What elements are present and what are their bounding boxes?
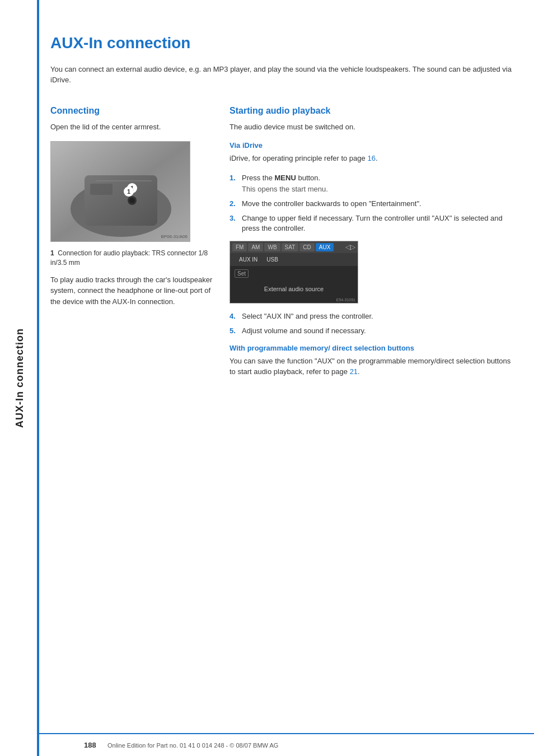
svg-rect-2 xyxy=(85,175,157,226)
page-title: AUX-In connection xyxy=(50,34,512,53)
idrive-ref-text: iDrive, for operating principle refer to… xyxy=(229,153,512,164)
caption-number: 1 xyxy=(50,249,54,257)
screen-image: FM AM WB SAT CD AUX ◁▷ AUX IN USB xyxy=(229,241,358,304)
sidebar-label: AUX-In connection xyxy=(14,328,26,428)
connecting-heading: Connecting xyxy=(50,106,213,116)
step-3-content: Change to upper field if necessary. Turn… xyxy=(242,213,512,234)
footer: 188 Online Edition for Part no. 01 41 0 … xyxy=(39,733,534,756)
intro-text: You can connect an external audio device… xyxy=(50,64,512,86)
screen-tab-wb: WB xyxy=(264,243,280,251)
screen-submenu: AUX IN USB xyxy=(230,253,358,266)
programmable-text-before: You can save the function "AUX" on the p… xyxy=(229,357,510,376)
footer-text: Online Edition for Part no. 01 41 0 014 … xyxy=(107,742,278,749)
programmable-page-ref[interactable]: 21 xyxy=(350,367,358,376)
image-watermark: BP06-31/A06 xyxy=(161,234,188,239)
svg-point-4 xyxy=(129,198,135,203)
screen-tabs: FM AM WB SAT CD AUX ◁▷ xyxy=(230,241,358,253)
screen-set-button: Set xyxy=(235,269,249,278)
connecting-body: To play audio tracks through the car's l… xyxy=(50,274,213,307)
screen-submenu-usb: USB xyxy=(262,255,283,264)
step-2-content: Move the controller backwards to open "E… xyxy=(242,199,512,209)
step-1-content: Press the MENU button. This opens the st… xyxy=(242,173,512,194)
screen-external-label: External audio source xyxy=(264,280,324,298)
step-2-num: 2. xyxy=(229,199,238,209)
programmable-text: You can save the function "AUX" on the p… xyxy=(229,356,512,377)
main-content: AUX-In connection You can connect an ext… xyxy=(39,0,534,756)
car-interior-svg: 1 xyxy=(51,142,190,242)
programmable-text-after: . xyxy=(358,367,360,376)
idrive-text-before: iDrive, for operating principle refer to… xyxy=(229,154,367,162)
two-col-layout: Connecting Open the lid of the center ar… xyxy=(50,95,512,386)
screen-tab-aux: AUX xyxy=(316,243,334,251)
screen-tab-cd: CD xyxy=(299,243,314,251)
step-5-num: 5. xyxy=(229,326,238,336)
step-3: 3. Change to upper field if necessary. T… xyxy=(229,213,512,234)
step-4-content: Select "AUX IN" and press the controller… xyxy=(242,311,512,321)
idrive-page-ref[interactable]: 16 xyxy=(367,154,375,162)
right-column: Starting audio playback The audio device… xyxy=(229,95,512,386)
svg-rect-8 xyxy=(90,184,113,195)
steps-list-2: 4. Select "AUX IN" and press the control… xyxy=(229,311,512,336)
step-5: 5. Adjust volume and sound if necessary. xyxy=(229,326,512,336)
step-3-num: 3. xyxy=(229,213,238,234)
step-1-num: 1. xyxy=(229,173,238,194)
menu-bold: MENU xyxy=(275,174,296,182)
step-4: 4. Select "AUX IN" and press the control… xyxy=(229,311,512,321)
screen-tab-am: AM xyxy=(248,243,263,251)
car-image: 1 BP06-31/A06 xyxy=(50,141,190,242)
programmable-heading: With programmable memory/ direct selecti… xyxy=(229,344,512,352)
starting-intro: The audio device must be switched on. xyxy=(229,122,512,133)
step-4-num: 4. xyxy=(229,311,238,321)
footer-page-number: 188 xyxy=(84,741,101,749)
step-2: 2. Move the controller backwards to open… xyxy=(229,199,512,209)
screen-tab-icon: ◁▷ xyxy=(345,243,355,251)
page-container: AUX-In connection AUX-In connection You … xyxy=(0,0,534,756)
car-image-inner: 1 BP06-31/A06 xyxy=(51,142,190,241)
sidebar: AUX-In connection xyxy=(0,0,39,756)
steps-list: 1. Press the MENU button. This opens the… xyxy=(229,173,512,234)
step-1: 1. Press the MENU button. This opens the… xyxy=(229,173,512,194)
connecting-text: Open the lid of the center armrest. xyxy=(50,122,213,133)
screen-center: External audio source xyxy=(230,281,358,297)
screen-body: Set xyxy=(230,266,358,281)
caption: 1 Connection for audio playback: TRS con… xyxy=(50,249,213,268)
screen-tab-sat: SAT xyxy=(282,243,299,251)
screen-submenu-auxin: AUX IN xyxy=(235,255,262,264)
via-idrive-heading: Via iDrive xyxy=(229,141,512,150)
idrive-text-after: . xyxy=(376,154,378,162)
starting-heading: Starting audio playback xyxy=(229,106,512,116)
step-1-sub: This opens the start menu. xyxy=(242,184,512,194)
caption-text: Connection for audio playback: TRS conne… xyxy=(50,249,208,267)
screen-tab-fm: FM xyxy=(232,243,247,251)
step-5-content: Adjust volume and sound if necessary. xyxy=(242,326,512,336)
svg-text:1: 1 xyxy=(130,185,134,192)
left-column: Connecting Open the lid of the center ar… xyxy=(50,95,213,386)
